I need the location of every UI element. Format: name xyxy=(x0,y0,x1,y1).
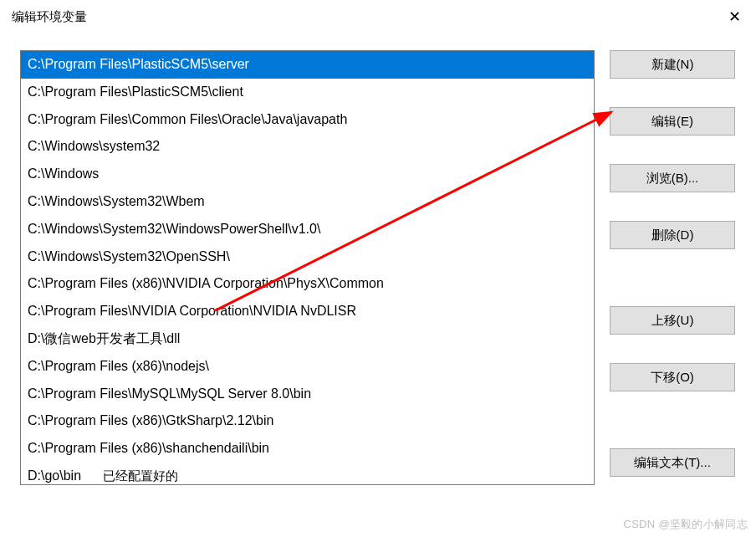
path-listbox[interactable]: C:\Program Files\PlasticSCM5\server C:\P… xyxy=(20,50,595,485)
list-item[interactable]: D:\微信web开发者工具\dll xyxy=(21,325,594,353)
content-area: C:\Program Files\PlasticSCM5\server C:\P… xyxy=(0,33,756,485)
list-item-path: D:\go\bin xyxy=(28,466,81,485)
close-icon[interactable]: ✕ xyxy=(724,8,744,26)
new-button[interactable]: 新建(N) xyxy=(610,50,735,79)
delete-button[interactable]: 删除(D) xyxy=(610,221,735,249)
list-item[interactable]: C:\Windows\System32\WindowsPowerShell\v1… xyxy=(21,216,594,243)
window-title: 编辑环境变量 xyxy=(12,9,87,25)
watermark-text: CSDN @坚毅的小解同志 xyxy=(623,517,748,532)
list-item[interactable]: C:\Program Files (x86)\shanchendaili\bin xyxy=(21,435,594,463)
annotation-text: 已经配置好的 xyxy=(103,466,178,485)
list-item[interactable]: D:\go\bin 已经配置好的 xyxy=(21,463,594,485)
list-item[interactable]: C:\Program Files (x86)\nodejs\ xyxy=(21,353,594,381)
list-item[interactable]: C:\Program Files\PlasticSCM5\server xyxy=(21,51,594,79)
list-item[interactable]: C:\Program Files (x86)\NVIDIA Corporatio… xyxy=(21,270,594,298)
button-column: 新建(N) 编辑(E) 浏览(B)... 删除(D) 上移(U) 下移(O) 编… xyxy=(610,50,735,485)
list-item[interactable]: C:\Windows\System32\OpenSSH\ xyxy=(21,243,594,271)
movedown-button[interactable]: 下移(O) xyxy=(610,363,735,391)
list-item[interactable]: C:\Windows\System32\Wbem xyxy=(21,188,594,216)
browse-button[interactable]: 浏览(B)... xyxy=(610,164,735,192)
moveup-button[interactable]: 上移(U) xyxy=(610,306,735,335)
edit-button[interactable]: 编辑(E) xyxy=(610,107,735,136)
list-item[interactable]: C:\Windows xyxy=(21,161,594,188)
list-item[interactable]: C:\Program Files\MySQL\MySQL Server 8.0\… xyxy=(21,381,594,408)
list-item[interactable]: C:\Program Files\PlasticSCM5\client xyxy=(21,79,594,106)
list-item[interactable]: C:\Program Files\NVIDIA Corporation\NVID… xyxy=(21,298,594,325)
list-item[interactable]: C:\Program Files\Common Files\Oracle\Jav… xyxy=(21,106,594,134)
list-item[interactable]: C:\Program Files (x86)\GtkSharp\2.12\bin xyxy=(21,407,594,435)
edittext-button[interactable]: 编辑文本(T)... xyxy=(610,448,735,477)
list-item[interactable]: C:\Windows\system32 xyxy=(21,133,594,161)
titlebar: 编辑环境变量 ✕ xyxy=(0,0,756,33)
